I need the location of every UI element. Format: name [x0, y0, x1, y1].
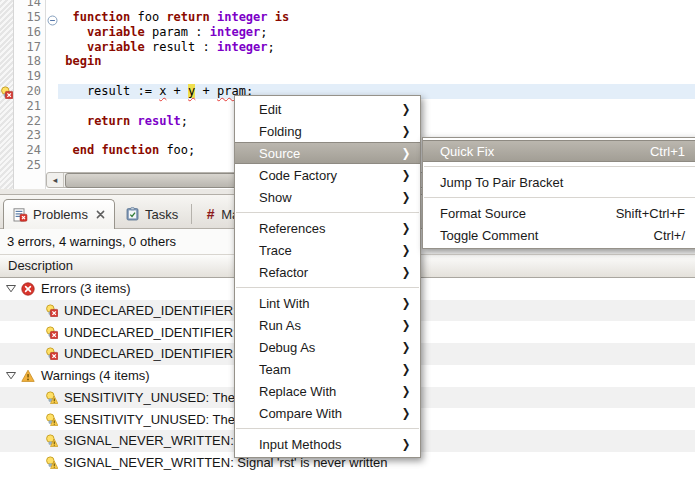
- submenu-arrow-icon: ❯: [402, 362, 411, 376]
- code-token: [58, 40, 87, 54]
- code-token: begin: [65, 54, 101, 68]
- code-line: variable param : integer;: [58, 25, 268, 40]
- line-number: 15: [27, 10, 41, 25]
- submenu-arrow-icon: ❯: [402, 340, 411, 354]
- submenu-arrow-icon: ❯: [402, 296, 411, 310]
- menu-item-replace-with[interactable]: Replace With❯: [235, 380, 420, 402]
- menu-item-compare-with[interactable]: Compare With❯: [235, 402, 420, 424]
- menu-item-edit[interactable]: Edit❯: [235, 98, 420, 120]
- menu-item-label: Trace: [259, 243, 391, 258]
- code-line: result := x + y + pram;: [58, 84, 253, 99]
- fold-collapse-icon[interactable]: [47, 12, 58, 23]
- code-token: function: [72, 10, 130, 24]
- ide-window: { "colors": { "keyword": "#8B0A00", "typ…: [0, 0, 695, 490]
- menu-item-label: Toggle Comment: [440, 228, 636, 243]
- submenu-arrow-icon: ❯: [402, 168, 411, 182]
- menu-item-debug-as[interactable]: Debug As❯: [235, 336, 420, 358]
- source-submenu: Quick FixCtrl+1Jump To Pair BracketForma…: [422, 137, 695, 249]
- menu-item-source[interactable]: Source❯: [235, 142, 420, 164]
- submenu-arrow-icon: ❯: [402, 146, 411, 160]
- line-number: 23: [27, 128, 41, 143]
- code-token: [58, 143, 72, 157]
- menu-item-refactor[interactable]: Refactor❯: [235, 261, 420, 283]
- line-number: 16: [27, 25, 41, 40]
- menu-item-label: Team: [259, 362, 391, 377]
- tab-problems[interactable]: Problems: [3, 199, 115, 229]
- menu-item-folding[interactable]: Folding❯: [235, 120, 420, 142]
- scroll-left-arrow-icon[interactable]: ◂: [47, 173, 64, 187]
- code-token: [268, 10, 275, 24]
- menu-item-lint-with[interactable]: Lint With❯: [235, 292, 420, 314]
- submenu-arrow-icon: ❯: [402, 243, 411, 257]
- menu-item-input-methods[interactable]: Input Methods❯: [235, 433, 420, 455]
- error-quickfix-icon: [45, 326, 58, 339]
- error-quickfix-icon: [45, 304, 58, 317]
- menu-item-references[interactable]: References❯: [235, 217, 420, 239]
- menu-item-label: Lint With: [259, 296, 391, 311]
- folding-ruler[interactable]: [46, 0, 58, 172]
- menu-item-label: Run As: [259, 318, 391, 333]
- menu-separator: [235, 208, 420, 217]
- code-token: [58, 25, 87, 39]
- submenu-arrow-icon: ❯: [402, 221, 411, 235]
- warning-quickfix-icon: [45, 413, 58, 426]
- menu-item-team[interactable]: Team❯: [235, 358, 420, 380]
- menu-item-label: Refactor: [259, 265, 391, 280]
- code-token: [210, 10, 217, 24]
- menu-item-label: Source: [259, 146, 391, 161]
- tab-label: Tasks: [145, 207, 178, 222]
- menu-item-label: Code Factory: [259, 168, 391, 183]
- code-token: param :: [145, 25, 210, 39]
- error-quickfix-icon[interactable]: [0, 85, 13, 98]
- annotation-ruler[interactable]: [0, 0, 14, 189]
- menu-item-code-factory[interactable]: Code Factory❯: [235, 164, 420, 186]
- code-line: function foo return integer is: [58, 10, 289, 25]
- menu-shortcut: Ctrl+1: [650, 144, 685, 159]
- menu-item-jump-to-pair-bracket[interactable]: Jump To Pair Bracket: [423, 171, 695, 193]
- code-token: return: [166, 10, 209, 24]
- tab-tasks[interactable]: Tasks: [115, 200, 188, 228]
- problems-icon: [13, 208, 28, 222]
- submenu-arrow-icon: ❯: [402, 265, 411, 279]
- line-number: 22: [27, 114, 41, 129]
- line-number: 20: [27, 84, 41, 99]
- menu-separator: [235, 283, 420, 292]
- warning-quickfix-icon: [45, 456, 58, 469]
- menu-item-show[interactable]: Show❯: [235, 186, 420, 208]
- code-token: variable: [87, 40, 145, 54]
- menu-item-format-source[interactable]: Format SourceShift+Ctrl+F: [423, 202, 695, 224]
- context-menu: Edit❯Folding❯Source❯Code Factory❯Show❯Re…: [234, 95, 421, 458]
- tasks-icon: [125, 207, 140, 221]
- code-token: +: [166, 84, 188, 98]
- code-token: [58, 114, 87, 128]
- menu-separator: [423, 162, 695, 171]
- submenu-arrow-icon: ❯: [402, 384, 411, 398]
- submenu-arrow-icon: ❯: [402, 102, 411, 116]
- twisty-open-icon[interactable]: [5, 283, 17, 294]
- code-token: return: [87, 114, 130, 128]
- code-token: result :: [145, 40, 217, 54]
- code-line: begin: [58, 54, 101, 69]
- code-token: ;: [268, 40, 275, 54]
- menu-item-toggle-comment[interactable]: Toggle CommentCtrl+/: [423, 224, 695, 246]
- code-token: foo: [130, 10, 166, 24]
- menu-item-run-as[interactable]: Run As❯: [235, 314, 420, 336]
- line-number: 25: [27, 158, 41, 173]
- menu-item-label: Quick Fix: [440, 144, 632, 159]
- code-token: [58, 10, 72, 24]
- line-number: 14: [27, 0, 41, 10]
- code-token: [130, 114, 137, 128]
- submenu-arrow-icon: ❯: [402, 437, 411, 451]
- menu-separator: [235, 424, 420, 433]
- twisty-open-icon[interactable]: [5, 370, 17, 381]
- warning-icon: [21, 369, 35, 383]
- menu-item-label: Debug As: [259, 340, 391, 355]
- menu-item-trace[interactable]: Trace❯: [235, 239, 420, 261]
- menu-item-label: Show: [259, 190, 391, 205]
- code-line: end function foo;: [58, 143, 195, 158]
- code-token: +: [195, 84, 217, 98]
- code-line: return result;: [58, 114, 188, 129]
- menu-item-label: Folding: [259, 124, 391, 139]
- menu-item-quick-fix[interactable]: Quick FixCtrl+1: [423, 140, 695, 162]
- close-icon[interactable]: [96, 210, 105, 219]
